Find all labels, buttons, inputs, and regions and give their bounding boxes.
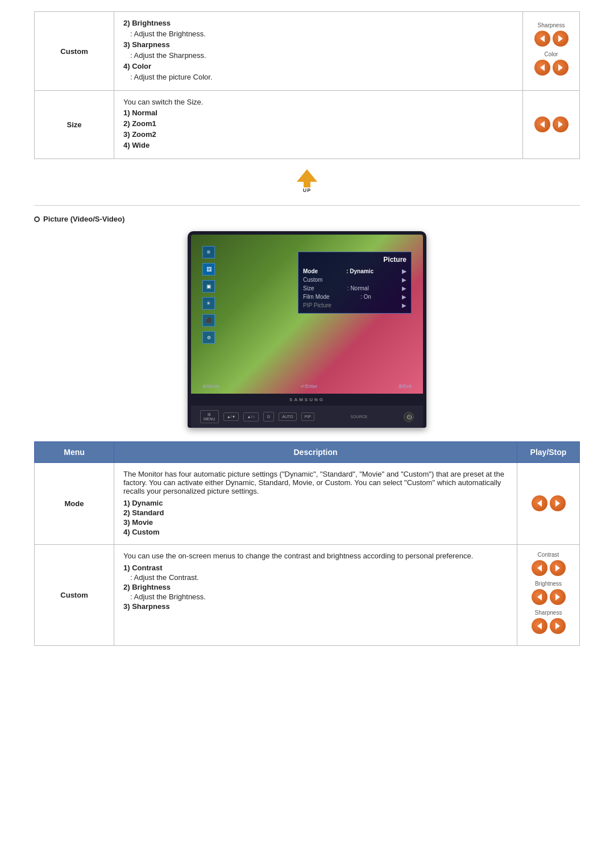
osd-exit: ⊞Exit: [399, 383, 412, 389]
osd-row-label: Mode: [303, 268, 318, 274]
menu-label: Custom: [60, 591, 88, 599]
item-desc: : Adjust the Brightness.: [130, 30, 513, 38]
osd-arrow: ▶: [402, 294, 406, 300]
table-row: Size You can switch the Size. 1) Normal …: [35, 91, 580, 159]
arrow-shape: [297, 169, 317, 182]
ctrl-menu[interactable]: ⊞MENU: [200, 410, 219, 423]
osd-row-label: Film Mode: [303, 294, 330, 300]
ctrl-pip[interactable]: PIP: [301, 412, 314, 421]
osd-icon-sound: ▣: [202, 280, 215, 293]
osd-row-label: Size: [303, 285, 314, 291]
btn-label: Contrast: [526, 552, 570, 558]
desc-cell: 2) Brightness : Adjust the Brightness. 3…: [114, 12, 523, 91]
play-cell: Contrast Brightness: [517, 545, 580, 646]
monitor-screen: ⊞ 🖼 ▣ ✳ ⬛ ⚙ Picture Mode : Dynamic ▶: [191, 235, 423, 394]
item-list: 1) Dynamic 2) Standard 3) Movie 4) Custo…: [123, 499, 508, 536]
item-title: 1) Contrast: [123, 564, 508, 572]
prev-button[interactable]: [534, 31, 550, 47]
source-label: SOURCE: [319, 415, 399, 419]
item-title: 3) Sharpness: [123, 40, 513, 49]
arrow-stem: [304, 182, 310, 187]
monitor-controls: ⊞MENU ▲/▼ ▲/☆ ⊙ AUTO PIP SOURCE ⏻: [191, 406, 423, 428]
ctrl-input[interactable]: ⊙: [263, 412, 274, 422]
play-group: Contrast: [526, 552, 570, 576]
next-button[interactable]: [553, 116, 569, 132]
next-button[interactable]: [550, 495, 566, 511]
power-button[interactable]: ⏻: [404, 412, 414, 422]
ctrl-nav[interactable]: ▲/▼: [223, 412, 239, 421]
up-label: UP: [297, 187, 317, 193]
item-title: 4) Wide: [123, 141, 513, 149]
intro-text: You can switch the Size.: [123, 98, 513, 106]
menu-cell: Custom: [35, 545, 114, 646]
play-cell: [517, 463, 580, 545]
prev-button[interactable]: [532, 618, 547, 634]
osd-row: PIP Picture ▶: [303, 301, 406, 310]
divider: [34, 205, 580, 206]
next-button[interactable]: [550, 618, 566, 634]
item-desc: : Adjust the Brightness.: [130, 592, 508, 601]
menu-cell: Mode: [35, 463, 114, 545]
monitor-wrapper: ⊞ 🖼 ▣ ✳ ⬛ ⚙ Picture Mode : Dynamic ▶: [34, 231, 580, 428]
item-title: 2) Brightness: [123, 19, 513, 27]
menu-cell: Size: [35, 91, 114, 159]
next-button[interactable]: [553, 31, 569, 47]
item-title: 3) Zoom2: [123, 130, 513, 139]
osd-row-value: : Normal: [347, 285, 369, 291]
item-title: 2) Brightness: [123, 583, 508, 591]
osd-arrow: ▶: [402, 277, 406, 283]
item-list: 1) Contrast : Adjust the Contrast. 2) Br…: [123, 564, 508, 611]
osd-enter: ↵Enter: [301, 383, 318, 389]
osd-row-value: : On: [360, 294, 371, 300]
ctrl-auto[interactable]: AUTO: [279, 412, 296, 421]
ctrl-bright[interactable]: ▲/☆: [243, 412, 259, 422]
item-title: 4) Color: [123, 62, 513, 70]
osd-overlay: Picture Mode : Dynamic ▶ Custom ▶ Size :…: [298, 252, 412, 314]
prev-button[interactable]: [534, 116, 550, 132]
btn-label: Brightness: [526, 581, 570, 587]
intro-text: The Monitor has four automatic picture s…: [123, 470, 508, 495]
play-cell: Sharpness Color: [523, 12, 580, 91]
item-title: 1) Dynamic: [123, 499, 508, 507]
table-row: Mode The Monitor has four automatic pict…: [35, 463, 580, 545]
prev-button[interactable]: [532, 495, 547, 511]
next-button[interactable]: [550, 589, 566, 605]
bottom-table: Menu Description Play/Stop Mode The Moni…: [34, 441, 580, 646]
circle-icon: [34, 216, 40, 222]
btn-label: Sharpness: [526, 610, 570, 616]
up-arrow-section: UP: [34, 169, 580, 194]
menu-label: Mode: [65, 499, 84, 508]
th-playstop: Play/Stop: [517, 442, 580, 463]
play-group: Brightness: [526, 581, 570, 605]
btn-label: Color: [532, 51, 570, 57]
section-title: Picture (Video/S-Video): [43, 215, 125, 223]
next-button[interactable]: [553, 60, 569, 76]
osd-arrow: ▶: [402, 302, 406, 308]
item-title: 4) Custom: [123, 528, 508, 536]
play-group: Color: [532, 51, 570, 76]
osd-row: Size : Normal ▶: [303, 284, 406, 293]
monitor-outer: ⊞ 🖼 ▣ ✳ ⬛ ⚙ Picture Mode : Dynamic ▶: [188, 231, 426, 428]
osd-title: Picture: [303, 256, 406, 264]
osd-row-label: PIP Picture: [303, 302, 331, 308]
top-table: Custom 2) Brightness : Adjust the Bright…: [34, 11, 580, 159]
play-group: Sharpness: [532, 22, 570, 47]
btn-pair: [526, 618, 570, 634]
btn-pair: [526, 560, 570, 576]
table-row: Custom You can use the on-screen menus t…: [35, 545, 580, 646]
picture-section-title: Picture (Video/S-Video): [34, 215, 580, 223]
osd-row: Custom ▶: [303, 276, 406, 284]
table-row: Custom 2) Brightness : Adjust the Bright…: [35, 12, 580, 91]
menu-label: Size: [67, 120, 81, 129]
osd-row-label: Custom: [303, 277, 322, 283]
prev-button[interactable]: [534, 60, 550, 76]
prev-button[interactable]: [532, 560, 547, 576]
prev-button[interactable]: [532, 589, 547, 605]
next-button[interactable]: [550, 560, 566, 576]
btn-pair: [526, 495, 570, 511]
osd-icon-picture: 🖼: [202, 263, 215, 276]
btn-label: Sharpness: [532, 22, 570, 28]
item-title: 2) Standard: [123, 508, 508, 517]
btn-pair: [526, 589, 570, 605]
item-title: 1) Normal: [123, 108, 513, 117]
